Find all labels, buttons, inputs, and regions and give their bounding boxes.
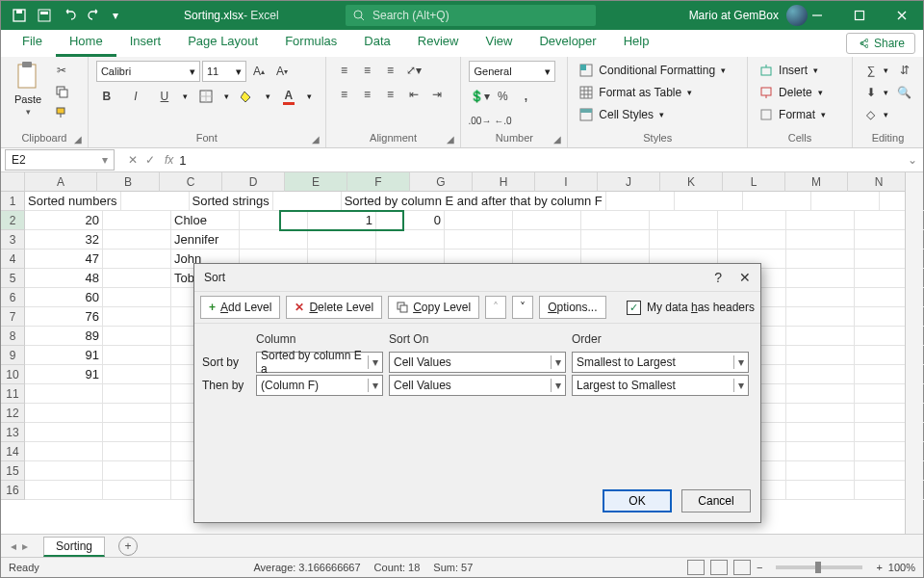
- font-size-combo[interactable]: 11▾: [202, 61, 246, 82]
- paste-icon[interactable]: [14, 61, 41, 92]
- cell-D1[interactable]: [273, 192, 342, 211]
- underline-button[interactable]: U: [154, 87, 175, 106]
- row-header-2[interactable]: 2: [1, 211, 25, 230]
- cell-L5[interactable]: [786, 269, 855, 288]
- row-header-1[interactable]: 1: [1, 192, 25, 211]
- move-up-button[interactable]: ˄: [485, 296, 506, 319]
- cell-C2[interactable]: Chloe: [171, 211, 240, 230]
- cell-A7[interactable]: 76: [25, 307, 103, 327]
- decrease-indent-icon[interactable]: ⇤: [403, 85, 424, 104]
- increase-indent-icon[interactable]: ⇥: [426, 85, 448, 104]
- tab-help[interactable]: Help: [610, 28, 663, 57]
- cell-D3[interactable]: [240, 230, 308, 250]
- select-all-corner[interactable]: [1, 172, 25, 192]
- borders-icon[interactable]: [195, 87, 217, 106]
- cell-L16[interactable]: [786, 481, 855, 500]
- sort-on-combo-0[interactable]: Cell Values▾: [389, 352, 566, 373]
- align-right-icon[interactable]: ≡: [380, 85, 401, 104]
- cell-F1[interactable]: [606, 192, 675, 211]
- row-header-9[interactable]: 9: [1, 346, 25, 365]
- search-box[interactable]: Search (Alt+Q): [346, 5, 596, 26]
- row-header-4[interactable]: 4: [1, 250, 25, 269]
- share-button[interactable]: Share: [846, 33, 915, 54]
- orientation-icon[interactable]: ⤢▾: [403, 61, 424, 80]
- cell-H3[interactable]: [513, 230, 581, 250]
- page-layout-view-icon[interactable]: [710, 560, 728, 575]
- qat-more-icon[interactable]: ▾: [113, 9, 118, 22]
- zoom-level[interactable]: 100%: [888, 562, 915, 573]
- cell-L8[interactable]: [786, 327, 855, 346]
- italic-button[interactable]: I: [125, 87, 146, 106]
- increase-decimal-icon[interactable]: .00→: [469, 111, 490, 130]
- increase-font-icon[interactable]: A▴: [248, 62, 270, 81]
- autosave-icon[interactable]: [13, 9, 26, 22]
- sort-column-combo-1[interactable]: (Column F)▾: [256, 375, 383, 396]
- cell-A8[interactable]: 89: [25, 327, 103, 346]
- conditional-formatting-button[interactable]: Conditional Formatting▾: [576, 61, 730, 80]
- format-cells-button[interactable]: Format▾: [756, 105, 830, 124]
- cell-L12[interactable]: [786, 404, 855, 423]
- cell-B13[interactable]: [103, 423, 171, 442]
- row-header-16[interactable]: 16: [1, 481, 25, 500]
- cell-K3[interactable]: [718, 230, 786, 250]
- comma-icon[interactable]: ,: [515, 87, 536, 106]
- row-header-14[interactable]: 14: [1, 442, 25, 461]
- save-icon[interactable]: [38, 9, 51, 22]
- row-header-6[interactable]: 6: [1, 288, 25, 307]
- copy-level-button[interactable]: Copy Level: [388, 296, 479, 319]
- cell-B2[interactable]: [103, 211, 171, 230]
- clear-icon[interactable]: ◇: [860, 105, 882, 124]
- row-header-5[interactable]: 5: [1, 269, 25, 288]
- paste-button[interactable]: Paste: [14, 93, 41, 105]
- cell-E3[interactable]: [308, 230, 376, 250]
- cell-A10[interactable]: 91: [25, 365, 103, 384]
- sort-order-combo-0[interactable]: Smallest to Largest▾: [572, 352, 749, 373]
- fill-color-icon[interactable]: [237, 87, 258, 106]
- cell-A13[interactable]: [25, 423, 103, 442]
- cell-B9[interactable]: [103, 346, 171, 365]
- maximize-button[interactable]: [838, 1, 881, 30]
- cell-A5[interactable]: 48: [25, 269, 103, 288]
- cell-L14[interactable]: [786, 442, 855, 461]
- sort-options-button[interactable]: Options...: [539, 296, 605, 319]
- clipboard-dialog-launcher[interactable]: ◢: [74, 134, 86, 145]
- cell-B14[interactable]: [103, 442, 171, 461]
- cell-J3[interactable]: [650, 230, 718, 250]
- sort-on-combo-1[interactable]: Cell Values▾: [389, 375, 566, 396]
- sort-filter-icon[interactable]: ⇵: [894, 61, 915, 80]
- cell-H2[interactable]: [513, 211, 581, 230]
- cell-L3[interactable]: [786, 230, 855, 250]
- col-header-G[interactable]: G: [410, 172, 473, 192]
- cell-A9[interactable]: 91: [25, 346, 103, 365]
- align-top-icon[interactable]: ≡: [334, 61, 355, 80]
- number-format-combo[interactable]: General▾: [469, 61, 555, 82]
- row-header-3[interactable]: 3: [1, 230, 25, 250]
- tab-home[interactable]: Home: [56, 28, 116, 57]
- cell-L10[interactable]: [786, 365, 855, 384]
- col-header-N[interactable]: N: [848, 172, 911, 192]
- zoom-in-icon[interactable]: +: [876, 562, 882, 573]
- decrease-decimal-icon[interactable]: ←.0: [492, 111, 513, 130]
- row-header-10[interactable]: 10: [1, 365, 25, 384]
- name-box[interactable]: E2▾: [5, 149, 115, 171]
- cell-B15[interactable]: [103, 461, 171, 481]
- cancel-button[interactable]: Cancel: [681, 489, 751, 512]
- cell-G1[interactable]: [675, 192, 743, 211]
- cell-B12[interactable]: [103, 404, 171, 423]
- tab-formulas[interactable]: Formulas: [271, 28, 350, 57]
- cell-H1[interactable]: [743, 192, 811, 211]
- cell-A2[interactable]: 20: [25, 211, 103, 230]
- headers-checkbox[interactable]: ✓ My data has headers: [627, 301, 755, 315]
- sheet-tab-sorting[interactable]: Sorting: [43, 537, 105, 557]
- cell-K2[interactable]: [718, 211, 786, 230]
- cell-B5[interactable]: [103, 269, 171, 288]
- cell-I2[interactable]: [581, 211, 650, 230]
- decrease-font-icon[interactable]: A▾: [271, 62, 293, 81]
- cell-G2[interactable]: [445, 211, 513, 230]
- cell-L15[interactable]: [786, 461, 855, 481]
- sheet-nav-next-icon[interactable]: ▸: [22, 539, 28, 553]
- cell-A3[interactable]: 32: [25, 230, 103, 250]
- cell-C1[interactable]: Sorted strings: [190, 192, 273, 211]
- row-header-13[interactable]: 13: [1, 423, 25, 442]
- zoom-slider[interactable]: [776, 565, 862, 569]
